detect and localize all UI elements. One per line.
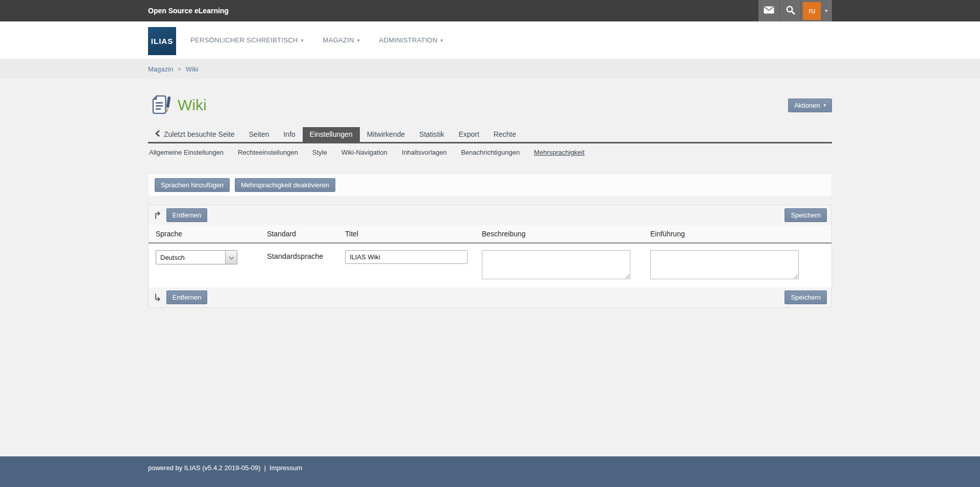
impressum-link[interactable]: Impressum — [270, 464, 302, 472]
page-footer: powered by ILIAS (v5.4.2 2019-05-09) | I… — [0, 456, 980, 487]
column-header-sprache: Sprache — [156, 230, 267, 238]
breadcrumb-magazin[interactable]: Magazin — [148, 65, 173, 73]
description-textarea[interactable] — [482, 250, 630, 279]
chevron-left-icon — [155, 130, 160, 138]
aktionen-button[interactable]: Aktionen ▾ — [788, 99, 832, 112]
page-title: Wiki — [178, 96, 788, 114]
form-command-row-bottom: ↳ Entfernen Speichern — [149, 287, 831, 307]
breadcrumb-separator: » — [178, 65, 181, 72]
save-button-bottom[interactable]: Speichern — [785, 290, 827, 304]
breadcrumb: Magazin » Wiki — [148, 59, 832, 79]
mail-icon — [764, 6, 774, 15]
page-title-row: Wiki Aktionen ▾ — [148, 93, 832, 117]
tab-label: Rechte — [494, 130, 516, 138]
chevron-down-icon: ▾ — [440, 38, 443, 43]
aktionen-label: Aktionen — [794, 102, 820, 109]
mail-button[interactable] — [758, 0, 779, 21]
add-languages-button[interactable]: Sprachen hinzufügen — [155, 178, 230, 192]
tab-rechte[interactable]: Rechte — [486, 127, 523, 142]
save-button-top[interactable]: Speichern — [785, 208, 827, 222]
standard-language-label: Standardsprache — [267, 250, 345, 260]
nav-administration[interactable]: ADMINISTRATION ▾ — [379, 36, 443, 44]
apply-down-arrow-icon: ↳ — [153, 293, 162, 303]
tab-label: Info — [283, 130, 295, 138]
table-row: Deutsch Standardsprache — [149, 243, 831, 287]
subtab-bar: Allgemeine Einstellungen Rechteeinstellu… — [148, 143, 832, 162]
nav-label: ADMINISTRATION — [379, 36, 437, 44]
nav-label: PERSÖNLICHER SCHREIBTISCH — [190, 36, 298, 44]
tab-seiten[interactable]: Seiten — [242, 127, 277, 142]
tab-label: Export — [458, 130, 479, 138]
top-bar: Open Source eLearning ru ▾ — [0, 0, 980, 21]
subtab-allgemeine-einstellungen[interactable]: Allgemeine Einstellungen — [149, 149, 224, 156]
tab-label: Seiten — [249, 130, 270, 138]
form-command-row-top: ↱ Entfernen Speichern — [149, 205, 831, 225]
tab-statistik[interactable]: Statistik — [412, 127, 451, 142]
language-select-wrap: Deutsch — [156, 250, 237, 264]
subtab-wiki-navigation[interactable]: Wiki-Navigation — [341, 149, 387, 156]
tab-label: Mitwirkende — [367, 130, 405, 138]
remove-button-top[interactable]: Entfernen — [166, 208, 207, 222]
tab-zuletzt-besuchte-seite[interactable]: Zuletzt besuchte Seite — [148, 127, 242, 142]
main-content: Wiki Aktionen ▾ Zuletzt besuchte Seite S… — [0, 79, 980, 456]
nav-personal-desktop[interactable]: PERSÖNLICHER SCHREIBTISCH ▾ — [190, 36, 303, 44]
breadcrumb-bar: Magazin » Wiki — [0, 59, 980, 79]
table-header-row: Sprache Standard Titel Beschreibung Einf… — [149, 225, 831, 243]
chevron-down-icon: ▾ — [825, 8, 827, 13]
tab-mitwirkende[interactable]: Mitwirkende — [360, 127, 412, 142]
breadcrumb-wiki[interactable]: Wiki — [186, 65, 199, 73]
column-header-titel: Titel — [345, 230, 482, 238]
deactivate-multilingualism-button[interactable]: Mehrsprachigkeit deaktivieren — [235, 178, 335, 192]
introduction-textarea[interactable] — [650, 250, 799, 279]
main-navigation: PERSÖNLICHER SCHREIBTISCH ▾ MAGAZIN ▾ AD… — [190, 36, 443, 44]
tab-label: Zuletzt besuchte Seite — [164, 130, 235, 138]
powered-by-text: powered by ILIAS (v5.4.2 2019-05-09) — [148, 464, 260, 472]
site-title: Open Source eLearning — [148, 7, 229, 15]
subtab-rechteeinstellungen[interactable]: Rechteeinstellungen — [238, 149, 298, 156]
toolbar: Sprachen hinzufügen Mehrsprachigkeit dea… — [148, 174, 832, 197]
subtab-inhaltsvorlagen[interactable]: Inhaltsvorlagen — [402, 149, 447, 156]
chevron-down-icon: ▾ — [301, 38, 303, 43]
footer-separator: | — [264, 464, 265, 472]
title-input[interactable] — [345, 250, 468, 264]
nav-magazin[interactable]: MAGAZIN ▾ — [323, 36, 359, 44]
tab-label: Statistik — [419, 130, 444, 138]
ilias-logo[interactable]: ILIAS — [148, 27, 176, 55]
language-select[interactable]: Deutsch — [156, 250, 237, 264]
apply-up-arrow-icon: ↱ — [153, 210, 162, 221]
topbar-icon-group: ru ▾ — [758, 0, 832, 21]
search-icon — [786, 5, 795, 16]
tab-export[interactable]: Export — [451, 127, 486, 142]
column-header-beschreibung: Beschreibung — [482, 230, 650, 238]
chevron-down-icon: ▾ — [357, 38, 360, 43]
column-header-einfuehrung: Einführung — [650, 230, 819, 238]
search-button[interactable] — [779, 0, 800, 21]
subtab-benachrichtigungen[interactable]: Benachrichtigungen — [461, 149, 520, 156]
languages-form: ↱ Entfernen Speichern Sprache Standard T… — [148, 205, 832, 308]
user-menu-button[interactable]: ru ▾ — [800, 0, 832, 21]
tab-bar: Zuletzt besuchte Seite Seiten Info Einst… — [148, 127, 832, 143]
nav-label: MAGAZIN — [323, 36, 354, 44]
site-header: ILIAS PERSÖNLICHER SCHREIBTISCH ▾ MAGAZI… — [0, 21, 980, 59]
subtab-mehrsprachigkeit[interactable]: Mehrsprachigkeit — [534, 149, 584, 156]
tab-label: Einstellungen — [310, 130, 353, 138]
column-header-standard: Standard — [267, 230, 345, 238]
remove-button-bottom[interactable]: Entfernen — [166, 290, 207, 304]
wiki-icon — [148, 93, 172, 117]
tab-info[interactable]: Info — [276, 127, 302, 142]
subtab-style[interactable]: Style — [312, 149, 327, 156]
chevron-down-icon: ▾ — [823, 103, 826, 108]
user-avatar: ru — [803, 2, 821, 20]
tab-einstellungen[interactable]: Einstellungen — [303, 127, 360, 142]
